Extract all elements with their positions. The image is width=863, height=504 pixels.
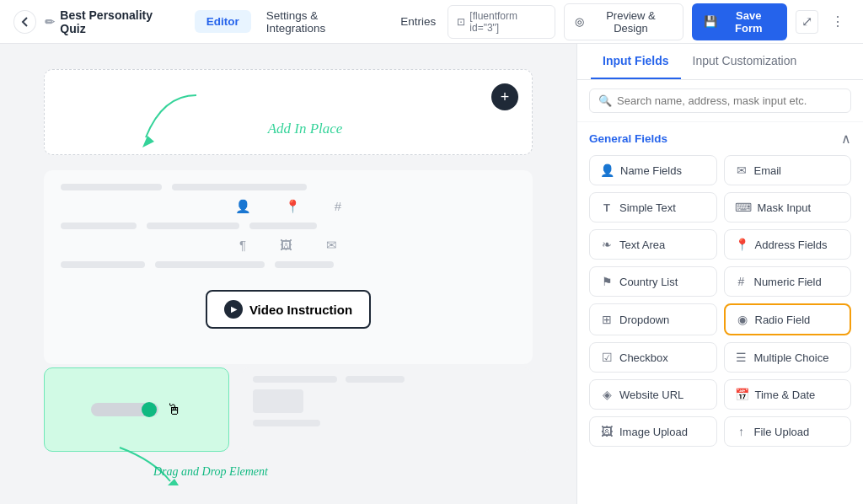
dropdown-label: Dropdown [619, 314, 669, 326]
file-upload-label: File Upload [754, 426, 810, 438]
sidebar-tabs: Input Fields Input Customization [577, 44, 863, 80]
search-wrap: 🔍 [589, 88, 851, 113]
video-instruction-label: Video Instruction [249, 303, 352, 317]
search-input[interactable] [617, 94, 842, 107]
email-icon: ✉ [735, 164, 748, 177]
field-btn-radio-field[interactable]: ◉ Radio Field [724, 303, 852, 335]
right-sidebar: Input Fields Input Customization 🔍 Gener… [576, 44, 863, 504]
email-label: Email [754, 164, 782, 177]
svg-marker-0 [142, 136, 154, 147]
mail-icon: ✉ [326, 238, 337, 253]
person-icon: 👤 [235, 199, 251, 214]
form-canvas: + Add In Place [44, 69, 533, 155]
form-title-area: ✏ Best Personality Quiz [45, 8, 178, 35]
address-fields-icon: 📍 [735, 238, 749, 251]
arrow-illustration [129, 87, 230, 154]
back-button[interactable] [13, 10, 36, 34]
numeric-field-icon: # [735, 275, 748, 288]
tab-input-customization[interactable]: Input Customization [681, 44, 809, 79]
shortcode-badge[interactable]: ⊡ [fluentform id="3"] [448, 5, 555, 39]
play-icon [224, 300, 243, 319]
dnd-label: Drag and Drop Element [153, 465, 268, 479]
canvas-area: Submit Form + Add In Place � [0, 44, 576, 504]
field-btn-multiple-choice[interactable]: ☰ Multiple Choice [724, 342, 852, 373]
dnd-arrow [52, 443, 187, 485]
field-btn-country-list[interactable]: ⚑ Country List [589, 266, 717, 297]
field-btn-mask-input[interactable]: ⌨ Mask Input [724, 192, 852, 223]
section-title: General Fields [589, 132, 667, 145]
multiple-choice-icon: ☰ [735, 351, 748, 364]
toggle-bar [91, 403, 158, 416]
tab-editor[interactable]: Editor [195, 10, 251, 33]
radio-field-icon: ◉ [736, 313, 749, 326]
simple-text-icon: T [600, 201, 614, 214]
tab-input-fields[interactable]: Input Fields [591, 44, 681, 79]
dnd-left-box: 🖱 [44, 367, 229, 452]
paragraph-icon: ¶ [239, 238, 246, 253]
dropdown-icon: ⊞ [600, 313, 614, 326]
field-btn-dropdown[interactable]: ⊞ Dropdown [589, 303, 717, 335]
mask-input-label: Mask Input [758, 201, 812, 214]
time-date-icon: 📅 [735, 388, 749, 401]
name-fields-icon: 👤 [600, 164, 614, 177]
video-instruction-button[interactable]: Video Instruction [206, 290, 371, 329]
field-btn-time-date[interactable]: 📅 Time & Date [724, 379, 852, 410]
top-nav: ✏ Best Personality Quiz Editor Settings … [0, 0, 863, 44]
field-btn-image-upload[interactable]: 🖼 Image Upload [589, 416, 717, 447]
image-upload-icon: 🖼 [600, 425, 614, 438]
tab-entries[interactable]: Entries [389, 10, 448, 33]
field-btn-checkbox[interactable]: ☑ Checkbox [589, 342, 717, 373]
preview-button[interactable]: ◎ Preview & Design [564, 3, 683, 40]
add-plus-button[interactable]: + [491, 83, 518, 110]
tab-settings[interactable]: Settings & Integrations [255, 4, 385, 40]
multiple-choice-label: Multiple Choice [754, 351, 829, 364]
name-fields-label: Name Fields [620, 164, 682, 177]
expand-button[interactable]: ⤢ [796, 10, 818, 34]
field-btn-email[interactable]: ✉ Email [724, 155, 852, 185]
more-options-button[interactable]: ⋮ [827, 10, 850, 34]
search-icon: 🔍 [598, 94, 612, 107]
country-list-label: Country List [619, 276, 678, 288]
field-btn-website-url[interactable]: ◈ Website URL [589, 379, 717, 410]
cursor-icon: 🖱 [167, 401, 182, 419]
field-btn-address-fields[interactable]: 📍 Address Fields [724, 229, 852, 260]
shortcode-text: [fluentform id="3"] [469, 10, 546, 34]
nav-tabs: Editor Settings & Integrations Entries [195, 4, 448, 40]
dnd-section: 🖱 [44, 367, 533, 452]
address-fields-label: Address Fields [755, 239, 828, 251]
radio-field-label: Radio Field [755, 314, 811, 326]
save-form-button[interactable]: 💾 Save Form [692, 3, 787, 40]
section-header: General Fields ∧ [589, 131, 851, 147]
field-btn-text-area[interactable]: ❧ Text Area [589, 229, 717, 260]
save-icon: 💾 [704, 15, 717, 28]
image-icon: 🖼 [280, 238, 292, 253]
collapse-icon[interactable]: ∧ [841, 131, 851, 147]
shortcode-icon: ⊡ [457, 16, 465, 28]
field-icon-row-2: ¶ 🖼 ✉ [61, 238, 516, 253]
form-title-text: Best Personality Quiz [60, 8, 178, 35]
main-area: Submit Form + Add In Place � [0, 44, 863, 504]
field-btn-simple-text[interactable]: T Simple Text [589, 192, 717, 223]
location-icon: 📍 [285, 199, 301, 214]
text-area-icon: ❧ [600, 238, 614, 251]
image-upload-label: Image Upload [619, 426, 688, 438]
checkbox-label: Checkbox [619, 351, 668, 364]
text-area-label: Text Area [619, 239, 665, 251]
mask-input-icon: ⌨ [735, 201, 752, 214]
preview-label: Preview & Design [589, 9, 672, 35]
field-btn-name-fields[interactable]: 👤 Name Fields [589, 155, 717, 185]
numeric-field-label: Numeric Field [754, 276, 822, 288]
field-grid: 👤 Name Fields ✉ Email T Simple Text [589, 155, 851, 447]
sidebar-scroll: General Fields ∧ 👤 Name Fields ✉ Email [577, 122, 863, 504]
save-label: Save Form [722, 9, 775, 35]
checkbox-icon: ☑ [600, 351, 614, 364]
form-title-icon: ✏ [45, 15, 55, 29]
add-in-place-label: Add In Place [268, 121, 343, 137]
form-fields-preview: 👤 📍 # ¶ 🖼 ✉ [44, 170, 533, 364]
nav-right: ⊡ [fluentform id="3"] ◎ Preview & Design… [448, 3, 850, 40]
field-btn-numeric-field[interactable]: # Numeric Field [724, 266, 852, 297]
field-btn-file-upload[interactable]: ↑ File Upload [724, 416, 852, 447]
website-url-label: Website URL [619, 389, 683, 401]
hash-icon: # [335, 199, 341, 214]
general-fields-section: General Fields ∧ 👤 Name Fields ✉ Email [577, 122, 863, 455]
